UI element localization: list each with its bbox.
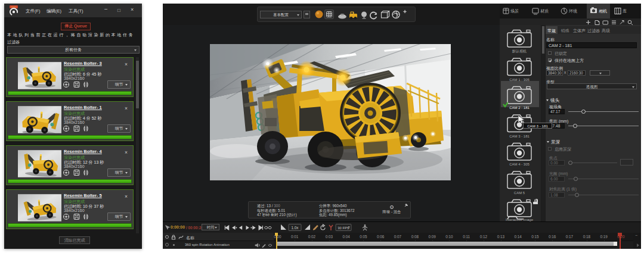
svg-text:1.0x: 1.0x bbox=[292, 226, 299, 230]
svg-text:CAM 5: CAM 5 bbox=[514, 191, 525, 195]
svg-text:场景: 场景 bbox=[510, 9, 519, 14]
svg-text:库: 库 bbox=[623, 9, 627, 13]
svg-text:30 FPS: 30 FPS bbox=[338, 226, 349, 230]
svg-text:CAM 3 - 181: CAM 3 - 181 bbox=[509, 135, 530, 138]
svg-text:默认相机: 默认相机 bbox=[512, 49, 527, 54]
svg-text:CAM 2 - 181: CAM 2 - 181 bbox=[509, 106, 530, 110]
svg-text:CAM 1 - 305: CAM 1 - 305 bbox=[509, 78, 530, 82]
svg-text:材质: 材质 bbox=[540, 9, 549, 14]
svg-text:CAM 4 - 305: CAM 4 - 305 bbox=[509, 163, 530, 166]
svg-text:相机: 相机 bbox=[599, 9, 607, 14]
svg-text:环境: 环境 bbox=[569, 8, 577, 14]
